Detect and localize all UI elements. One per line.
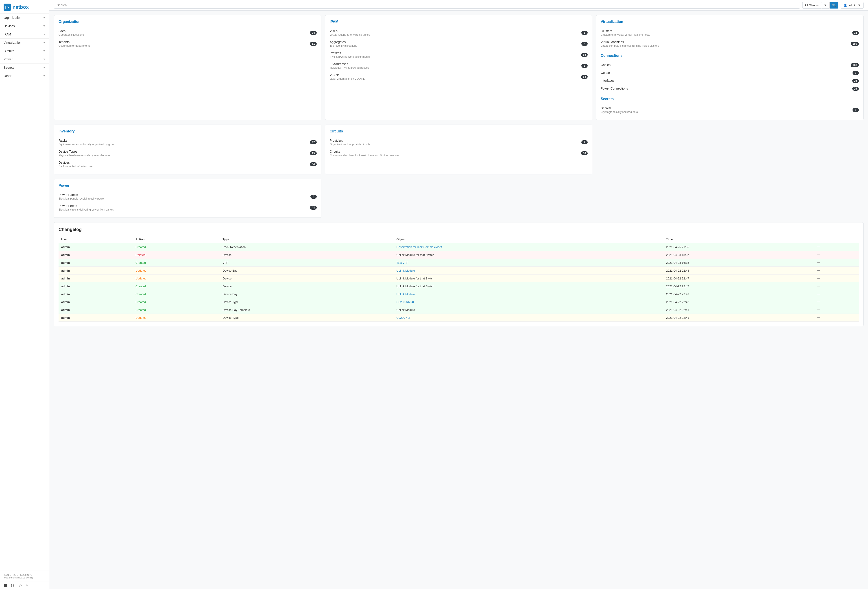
row-menu-button[interactable]: ··· bbox=[817, 276, 820, 280]
row-menu-button[interactable]: ··· bbox=[817, 260, 820, 265]
card-item-name[interactable]: Console bbox=[601, 71, 853, 74]
sidebar-item-power[interactable]: Power▼ bbox=[0, 55, 49, 63]
search-go-button[interactable]: 🔍 bbox=[830, 2, 838, 9]
card-item-info: Tenants Customers or departments bbox=[59, 40, 310, 47]
card-item-name[interactable]: Devices bbox=[59, 161, 310, 164]
card-item-name[interactable]: Sites bbox=[59, 29, 310, 33]
object-link[interactable]: Uplink Module bbox=[397, 293, 415, 296]
card-item-name[interactable]: Clusters bbox=[601, 29, 852, 33]
row-menu-button[interactable]: ··· bbox=[817, 300, 820, 304]
terminal-icon[interactable]: ⬛ bbox=[4, 584, 7, 587]
card-item-info: Power Panels Electrical panels receiving… bbox=[59, 193, 310, 200]
card-item-name[interactable]: Interfaces bbox=[601, 79, 852, 82]
sidebar-item-circuits[interactable]: Circuits▼ bbox=[0, 47, 49, 55]
sidebar-chevron-other: ▼ bbox=[43, 74, 46, 77]
card-item-info: Prefixes IPv4 & IPv6 network assignments bbox=[330, 51, 581, 58]
bottom-cards-grid: Inventory Racks Equipment racks, optiona… bbox=[54, 124, 864, 175]
card-item-name[interactable]: Prefixes bbox=[330, 51, 581, 55]
sidebar-item-devices[interactable]: Devices▼ bbox=[0, 22, 49, 30]
card-item-name[interactable]: IP Addresses bbox=[330, 62, 582, 66]
list-item: Tenants Customers or departments 11 bbox=[59, 38, 317, 49]
list-item: Racks Equipment racks, optionally organi… bbox=[59, 137, 317, 148]
cell-action: Created bbox=[133, 259, 220, 267]
row-menu-button[interactable]: ··· bbox=[817, 315, 820, 320]
card-item-name[interactable]: VLANs bbox=[330, 73, 581, 77]
card-item-name[interactable]: Device Types bbox=[59, 150, 310, 153]
object-link[interactable]: C9200-NM-4G bbox=[397, 300, 416, 304]
power-placeholder-1 bbox=[325, 179, 593, 218]
sidebar-item-label-other: Other bbox=[4, 74, 12, 78]
card-item-desc: Individual IPv4 & IPv6 addresses bbox=[330, 66, 582, 70]
card-item-name[interactable]: Virtual Machines bbox=[601, 40, 851, 44]
cell-action: Created bbox=[133, 243, 220, 251]
asterisk-icon[interactable]: ✳ bbox=[26, 584, 28, 587]
card-item-info: Aggregates Top-level IP allocations bbox=[330, 40, 582, 47]
card-item-name[interactable]: Power Connections bbox=[601, 87, 852, 90]
row-menu-button[interactable]: ··· bbox=[817, 245, 820, 249]
cell-menu: ··· bbox=[814, 298, 859, 306]
row-menu-button[interactable]: ··· bbox=[817, 268, 820, 272]
list-item: Virtual Machines Virtual compute instanc… bbox=[601, 38, 859, 49]
search-filter-button[interactable]: ▼ bbox=[821, 2, 830, 9]
braces-icon[interactable]: { } bbox=[11, 584, 14, 587]
list-item: VRFs Virtual routing & forwarding tables… bbox=[330, 27, 588, 38]
sidebar-item-virtualization[interactable]: Virtualization▼ bbox=[0, 38, 49, 47]
card-item-name[interactable]: Racks bbox=[59, 139, 310, 142]
sidebar-item-other[interactable]: Other▼ bbox=[0, 72, 49, 80]
cell-user: admin bbox=[59, 259, 133, 267]
search-input[interactable] bbox=[54, 2, 800, 9]
netbox-logo-icon: [> bbox=[4, 4, 11, 11]
card-item-name[interactable]: Providers bbox=[330, 139, 582, 142]
col-time: Time bbox=[663, 236, 814, 243]
card-item-name[interactable]: Circuits bbox=[330, 150, 581, 153]
sidebar-item-organization[interactable]: Organization▼ bbox=[0, 13, 49, 22]
list-item: Aggregates Top-level IP allocations 4 bbox=[330, 38, 588, 49]
list-item: VLANs Layer 2 domains, by VLAN ID 63 bbox=[330, 71, 588, 82]
power-card-title: Power bbox=[59, 184, 317, 188]
sidebar-item-ipam[interactable]: IPAM▼ bbox=[0, 30, 49, 38]
sidebar-item-secrets[interactable]: Secrets▼ bbox=[0, 63, 49, 72]
row-menu-button[interactable]: ··· bbox=[817, 308, 820, 312]
card-item-desc: Equipment racks, optionally organized by… bbox=[59, 143, 310, 146]
cell-object: Uplink Module for that Switch bbox=[394, 251, 663, 259]
inventory-items: Racks Equipment racks, optionally organi… bbox=[59, 137, 317, 170]
cell-time: 2021-04-25 21:55 bbox=[663, 243, 814, 251]
code-icon[interactable]: </> bbox=[18, 584, 22, 587]
card-item-name[interactable]: Cables bbox=[601, 63, 851, 67]
card-item-name[interactable]: Power Panels bbox=[59, 193, 310, 197]
count-badge: 48 bbox=[310, 206, 316, 210]
logo-text: netbox bbox=[13, 4, 29, 10]
row-menu-button[interactable]: ··· bbox=[817, 253, 820, 257]
card-item-name[interactable]: Aggregates bbox=[330, 40, 582, 44]
cell-user: admin bbox=[59, 298, 133, 306]
object-link[interactable]: Uplink Module bbox=[397, 269, 415, 272]
sidebar-chevron-devices: ▼ bbox=[43, 24, 46, 28]
organization-card: Organization Sites Geographic locations … bbox=[54, 15, 322, 120]
card-item-name[interactable]: Secrets bbox=[601, 107, 853, 110]
object-link[interactable]: Reservation for rack Comms closet bbox=[397, 245, 442, 249]
list-item: Cables 108 bbox=[601, 61, 859, 69]
card-item-info: Cables bbox=[601, 63, 851, 67]
object-link[interactable]: Test VRF bbox=[397, 261, 409, 265]
card-item-name[interactable]: Power Feeds bbox=[59, 204, 310, 208]
cell-object: Uplink Module for that Switch bbox=[394, 275, 663, 283]
card-item-desc: Communication links for transit, transpo… bbox=[330, 154, 581, 157]
inventory-card-title: Inventory bbox=[59, 129, 317, 133]
admin-button[interactable]: 👤 admin ▼ bbox=[841, 2, 864, 9]
object-text: Uplink Module for that Switch bbox=[397, 277, 434, 280]
object-link[interactable]: C9200-48P bbox=[397, 316, 411, 320]
table-row: admin Updated Device Bay Uplink Module 2… bbox=[59, 267, 859, 275]
count-badge: 24 bbox=[310, 31, 316, 35]
count-badge: 42 bbox=[310, 140, 316, 144]
svg-text:[>: [> bbox=[5, 5, 9, 9]
row-menu-button[interactable]: ··· bbox=[817, 292, 820, 296]
row-menu-button[interactable]: ··· bbox=[817, 284, 820, 288]
count-badge: 11 bbox=[310, 42, 316, 46]
top-cards-grid: Organization Sites Geographic locations … bbox=[54, 15, 864, 120]
table-row: admin Deleted Device Uplink Module for t… bbox=[59, 251, 859, 259]
card-item-name[interactable]: Tenants bbox=[59, 40, 310, 44]
sidebar-nav: Organization▼Devices▼IPAM▼Virtualization… bbox=[0, 13, 49, 80]
cell-time: 2021-04-22 22:43 bbox=[663, 290, 814, 298]
card-item-info: Providers Organizations that provide cir… bbox=[330, 139, 582, 146]
card-item-name[interactable]: VRFs bbox=[330, 29, 582, 33]
